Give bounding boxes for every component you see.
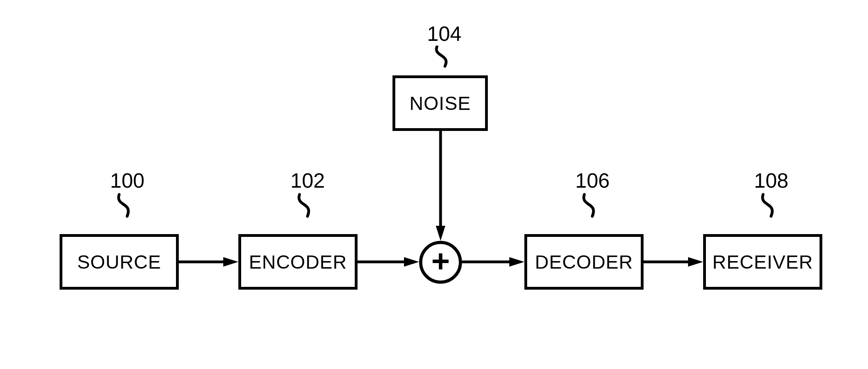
source-ref-leader [115,192,143,220]
arrow-noise-to-adder [435,131,447,241]
noise-ref-label: 104 [427,22,462,46]
encoder-block-label: ENCODER [249,251,347,273]
noise-block-label: NOISE [410,92,471,114]
encoder-ref-leader [296,192,323,220]
source-ref-label: 100 [110,169,145,192]
plus-icon: + [431,245,450,277]
svg-marker-5 [436,226,445,241]
source-block-label: SOURCE [77,251,161,273]
svg-marker-9 [688,257,703,267]
receiver-block: RECEIVER [703,234,822,290]
encoder-block: ENCODER [238,234,358,290]
decoder-block-label: DECODER [535,251,633,273]
svg-marker-1 [223,257,238,267]
arrow-source-to-encoder [179,257,238,269]
decoder-ref-label: 106 [575,169,610,192]
encoder-ref-label: 102 [290,169,325,192]
arrow-decoder-to-receiver [644,257,703,269]
block-diagram: SOURCE 100 ENCODER 102 NOISE 104 + DECOD… [0,0,868,369]
svg-marker-3 [404,257,419,267]
receiver-ref-label: 108 [754,169,789,192]
receiver-block-label: RECEIVER [712,251,813,273]
source-block: SOURCE [60,234,179,290]
receiver-ref-leader [759,192,787,220]
adder-node: + [419,241,462,284]
decoder-block: DECODER [524,234,644,290]
noise-ref-leader [433,46,461,69]
arrow-adder-to-decoder [462,257,524,269]
noise-block: NOISE [392,75,488,131]
svg-marker-7 [509,257,524,267]
decoder-ref-leader [580,192,608,220]
arrow-encoder-to-adder [358,257,419,269]
